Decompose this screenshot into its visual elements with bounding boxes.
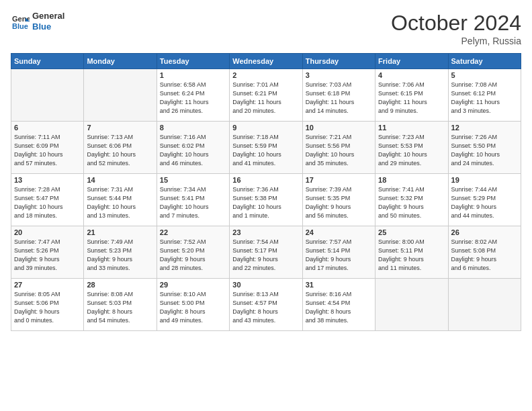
day-info: Sunrise: 7:26 AM Sunset: 5:50 PM Dayligh… — [451, 133, 518, 168]
day-number: 21 — [87, 228, 153, 236]
day-number: 12 — [451, 124, 518, 132]
calendar-day-cell: 27Sunrise: 8:05 AM Sunset: 5:06 PM Dayli… — [11, 279, 84, 331]
calendar-day-cell: 3Sunrise: 7:03 AM Sunset: 6:18 PM Daylig… — [302, 69, 375, 122]
day-number: 15 — [160, 176, 226, 184]
day-info: Sunrise: 8:08 AM Sunset: 5:03 PM Dayligh… — [87, 290, 153, 325]
day-info: Sunrise: 7:47 AM Sunset: 5:26 PM Dayligh… — [14, 238, 81, 273]
calendar-day-cell — [84, 69, 157, 122]
calendar-day-cell: 6Sunrise: 7:11 AM Sunset: 6:09 PM Daylig… — [11, 122, 84, 174]
weekday-header-cell: Saturday — [448, 54, 521, 69]
day-number: 1 — [160, 71, 226, 79]
day-info: Sunrise: 7:11 AM Sunset: 6:09 PM Dayligh… — [14, 133, 81, 168]
day-number: 3 — [306, 71, 372, 79]
calendar-day-cell: 16Sunrise: 7:36 AM Sunset: 5:38 PM Dayli… — [230, 174, 302, 226]
calendar-day-cell: 26Sunrise: 8:02 AM Sunset: 5:08 PM Dayli… — [448, 226, 521, 279]
calendar-day-cell: 12Sunrise: 7:26 AM Sunset: 5:50 PM Dayli… — [448, 122, 521, 174]
day-info: Sunrise: 7:57 AM Sunset: 5:14 PM Dayligh… — [306, 238, 372, 273]
day-number: 11 — [378, 124, 445, 132]
weekday-header-cell: Tuesday — [157, 54, 229, 69]
calendar-body: 1Sunrise: 6:58 AM Sunset: 6:24 PM Daylig… — [11, 69, 521, 331]
svg-text:Blue: Blue — [12, 22, 28, 30]
calendar-day-cell: 9Sunrise: 7:18 AM Sunset: 5:59 PM Daylig… — [230, 122, 302, 174]
day-number: 14 — [87, 176, 153, 184]
day-info: Sunrise: 7:18 AM Sunset: 5:59 PM Dayligh… — [232, 133, 299, 168]
day-info: Sunrise: 6:58 AM Sunset: 6:24 PM Dayligh… — [160, 81, 226, 116]
day-info: Sunrise: 7:36 AM Sunset: 5:38 PM Dayligh… — [232, 185, 299, 220]
day-info: Sunrise: 7:41 AM Sunset: 5:32 PM Dayligh… — [378, 185, 445, 220]
month-title: October 2024 — [391, 11, 521, 36]
weekday-header-cell: Wednesday — [230, 54, 302, 69]
calendar-day-cell: 8Sunrise: 7:16 AM Sunset: 6:02 PM Daylig… — [157, 122, 229, 174]
day-number: 6 — [14, 124, 81, 132]
calendar-table: SundayMondayTuesdayWednesdayThursdayFrid… — [11, 53, 521, 331]
day-info: Sunrise: 7:01 AM Sunset: 6:21 PM Dayligh… — [232, 81, 299, 116]
calendar-day-cell: 25Sunrise: 8:00 AM Sunset: 5:11 PM Dayli… — [375, 226, 448, 279]
day-number: 8 — [160, 124, 226, 132]
day-number: 31 — [306, 281, 372, 289]
weekday-header-cell: Monday — [84, 54, 157, 69]
title-section: October 2024 Pelym, Russia — [391, 11, 521, 46]
logo-text: General Blue — [32, 11, 64, 32]
calendar-day-cell: 14Sunrise: 7:31 AM Sunset: 5:44 PM Dayli… — [84, 174, 157, 226]
day-number: 17 — [306, 176, 372, 184]
calendar-day-cell: 15Sunrise: 7:34 AM Sunset: 5:41 PM Dayli… — [157, 174, 229, 226]
day-number: 23 — [232, 228, 299, 236]
calendar-day-cell: 28Sunrise: 8:08 AM Sunset: 5:03 PM Dayli… — [84, 279, 157, 331]
day-info: Sunrise: 8:02 AM Sunset: 5:08 PM Dayligh… — [451, 238, 518, 273]
weekday-header-cell: Friday — [375, 54, 448, 69]
logo-blue: Blue — [32, 21, 64, 32]
calendar-day-cell: 23Sunrise: 7:54 AM Sunset: 5:17 PM Dayli… — [230, 226, 302, 279]
calendar-week-row: 13Sunrise: 7:28 AM Sunset: 5:47 PM Dayli… — [11, 174, 521, 226]
day-number: 10 — [306, 124, 372, 132]
day-number: 5 — [451, 71, 518, 79]
day-info: Sunrise: 7:16 AM Sunset: 6:02 PM Dayligh… — [160, 133, 226, 168]
calendar-day-cell: 22Sunrise: 7:52 AM Sunset: 5:20 PM Dayli… — [157, 226, 229, 279]
calendar-day-cell: 18Sunrise: 7:41 AM Sunset: 5:32 PM Dayli… — [375, 174, 448, 226]
day-info: Sunrise: 8:00 AM Sunset: 5:11 PM Dayligh… — [378, 238, 445, 273]
day-info: Sunrise: 7:34 AM Sunset: 5:41 PM Dayligh… — [160, 185, 226, 220]
day-info: Sunrise: 7:49 AM Sunset: 5:23 PM Dayligh… — [87, 238, 153, 273]
logo-general: General — [32, 11, 64, 21]
calendar-week-row: 27Sunrise: 8:05 AM Sunset: 5:06 PM Dayli… — [11, 279, 521, 331]
logo: General Blue General Blue — [11, 11, 64, 32]
day-info: Sunrise: 8:16 AM Sunset: 4:54 PM Dayligh… — [306, 290, 372, 325]
day-info: Sunrise: 7:28 AM Sunset: 5:47 PM Dayligh… — [14, 185, 81, 220]
day-number: 9 — [232, 124, 299, 132]
calendar-day-cell: 7Sunrise: 7:13 AM Sunset: 6:06 PM Daylig… — [84, 122, 157, 174]
day-info: Sunrise: 7:21 AM Sunset: 5:56 PM Dayligh… — [306, 133, 372, 168]
weekday-header-cell: Thursday — [302, 54, 375, 69]
calendar-day-cell: 13Sunrise: 7:28 AM Sunset: 5:47 PM Dayli… — [11, 174, 84, 226]
calendar-day-cell — [448, 279, 521, 331]
calendar-day-cell: 31Sunrise: 8:16 AM Sunset: 4:54 PM Dayli… — [302, 279, 375, 331]
location: Pelym, Russia — [391, 36, 521, 46]
day-info: Sunrise: 7:54 AM Sunset: 5:17 PM Dayligh… — [232, 238, 299, 273]
day-number: 20 — [14, 228, 81, 236]
day-info: Sunrise: 8:05 AM Sunset: 5:06 PM Dayligh… — [14, 290, 81, 325]
calendar-day-cell: 4Sunrise: 7:06 AM Sunset: 6:15 PM Daylig… — [375, 69, 448, 122]
calendar-day-cell: 24Sunrise: 7:57 AM Sunset: 5:14 PM Dayli… — [302, 226, 375, 279]
calendar-day-cell: 5Sunrise: 7:08 AM Sunset: 6:12 PM Daylig… — [448, 69, 521, 122]
day-number: 2 — [232, 71, 299, 79]
day-info: Sunrise: 7:23 AM Sunset: 5:53 PM Dayligh… — [378, 133, 445, 168]
day-number: 27 — [14, 281, 81, 289]
day-number: 13 — [14, 176, 81, 184]
calendar-day-cell: 21Sunrise: 7:49 AM Sunset: 5:23 PM Dayli… — [84, 226, 157, 279]
calendar-day-cell: 17Sunrise: 7:39 AM Sunset: 5:35 PM Dayli… — [302, 174, 375, 226]
calendar-week-row: 20Sunrise: 7:47 AM Sunset: 5:26 PM Dayli… — [11, 226, 521, 279]
calendar-day-cell: 30Sunrise: 8:13 AM Sunset: 4:57 PM Dayli… — [230, 279, 302, 331]
calendar-day-cell — [11, 69, 84, 122]
day-info: Sunrise: 8:13 AM Sunset: 4:57 PM Dayligh… — [232, 290, 299, 325]
day-number: 18 — [378, 176, 445, 184]
calendar-day-cell: 2Sunrise: 7:01 AM Sunset: 6:21 PM Daylig… — [230, 69, 302, 122]
day-info: Sunrise: 7:03 AM Sunset: 6:18 PM Dayligh… — [306, 81, 372, 116]
page-header: General Blue General Blue October 2024 P… — [11, 11, 521, 46]
day-info: Sunrise: 7:44 AM Sunset: 5:29 PM Dayligh… — [451, 185, 518, 220]
calendar-day-cell: 11Sunrise: 7:23 AM Sunset: 5:53 PM Dayli… — [375, 122, 448, 174]
day-number: 30 — [232, 281, 299, 289]
day-info: Sunrise: 7:31 AM Sunset: 5:44 PM Dayligh… — [87, 185, 153, 220]
calendar-day-cell: 1Sunrise: 6:58 AM Sunset: 6:24 PM Daylig… — [157, 69, 229, 122]
logo-icon: General Blue — [11, 12, 30, 31]
day-info: Sunrise: 7:52 AM Sunset: 5:20 PM Dayligh… — [160, 238, 226, 273]
day-number: 7 — [87, 124, 153, 132]
day-number: 25 — [378, 228, 445, 236]
